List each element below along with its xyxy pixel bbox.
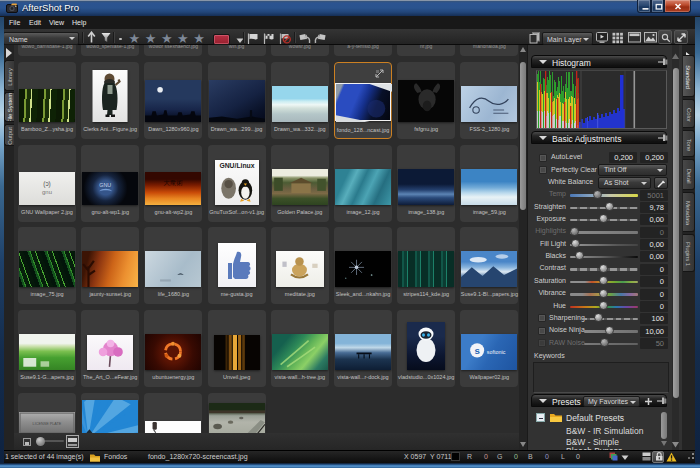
svg-text:GNU/Linux: GNU/Linux — [219, 162, 254, 169]
svg-text:LICENSE PLATE: LICENSE PLATE — [33, 422, 62, 426]
svg-text:s: s — [475, 345, 481, 356]
svg-text:(ɔ): (ɔ) — [43, 180, 51, 188]
svg-text:softonic: softonic — [487, 349, 506, 355]
svg-text:大衆術: 大衆術 — [164, 178, 184, 186]
svg-text:gnu: gnu — [42, 189, 52, 195]
svg-text:GNU: GNU — [99, 182, 111, 188]
